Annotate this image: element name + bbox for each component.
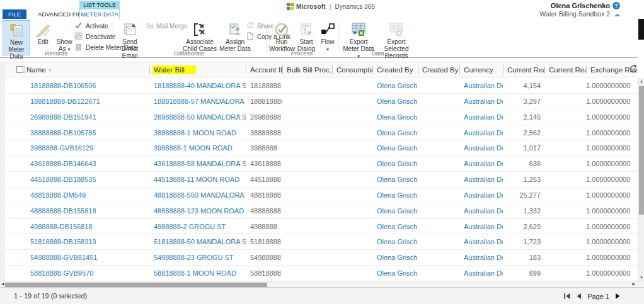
water-bill-link[interactable]: 58818888-1 MOON ROAD (149, 266, 246, 281)
name-link[interactable]: 18188888-DB106506 (24, 78, 149, 93)
water-bill-link[interactable]: 44518888-11 MOON ROAD (149, 172, 246, 187)
created-by-link[interactable]: Olena Grisch... (372, 110, 418, 125)
column-header-name[interactable]: Name↑ (24, 62, 149, 77)
table-row[interactable]: 48888888-DB15581848888888-123 MOON ROAD4… (5, 203, 638, 219)
name-link[interactable]: 51818888-DB158319 (24, 234, 149, 249)
row-select-area[interactable] (5, 219, 24, 234)
water-bill-link[interactable]: 43618888-58 MANDALORA ST (149, 156, 246, 171)
first-page-icon[interactable] (564, 293, 571, 299)
created-by-link[interactable]: Olena Grisch... (372, 250, 418, 265)
table-row[interactable]: 51818888-DB15831951818888-50 MANDALORA S… (5, 234, 638, 250)
created-by-link[interactable]: Olena Grisch... (372, 219, 418, 234)
water-bill-link[interactable]: 3988888-1 MOON ROAD (149, 140, 246, 155)
next-page-icon[interactable] (615, 293, 620, 299)
activate-button[interactable]: Activate (74, 21, 108, 30)
row-select-area[interactable] (5, 234, 24, 249)
user-name[interactable]: Olena Grischenko (539, 2, 610, 10)
currency-link[interactable]: Australian Do... (459, 110, 503, 125)
column-header-water-bill[interactable]: Water Bill (149, 62, 246, 77)
created-by-link[interactable]: Olena Grisch... (372, 125, 418, 140)
created-by-link[interactable]: Olena Grisch... (372, 94, 418, 109)
currency-link[interactable]: Australian Do... (459, 140, 503, 155)
created-by-link[interactable]: Olena Grisch... (372, 78, 418, 93)
column-header-currency[interactable]: Currency (459, 62, 503, 77)
name-link[interactable]: 4988888-DB156818 (24, 219, 149, 234)
name-link[interactable]: 48888888-DB155818 (24, 203, 149, 218)
name-link[interactable]: 188818888-DB122671 (24, 94, 149, 109)
environment-name[interactable]: Water Billing Sandbox 2 (539, 10, 610, 18)
name-link[interactable]: 48818888-DM549 (24, 188, 149, 203)
column-header-created-by[interactable]: Created By (372, 62, 418, 77)
created-by-link[interactable]: Olena Grisch... (372, 203, 418, 218)
table-row[interactable]: 3988888-GVB161293988888-1 MOON ROAD39888… (5, 140, 638, 156)
currency-link[interactable]: Australian Do... (459, 156, 503, 171)
name-link[interactable]: 38888888-DB105785 (24, 125, 149, 140)
water-bill-link[interactable]: 48888888-123 MOON ROAD (149, 203, 246, 218)
tab-file[interactable]: FILE (3, 9, 26, 19)
refresh-icon[interactable] (629, 64, 639, 74)
currency-link[interactable]: Australian Do... (459, 234, 503, 249)
created-by-link[interactable]: Olena Grisch... (372, 140, 418, 155)
column-header-account-id[interactable]: Account ID (246, 62, 282, 77)
column-header-current-reading-2[interactable]: Current Readi... (544, 62, 586, 77)
row-select-area[interactable] (5, 266, 24, 281)
table-row[interactable]: 44518888-DB18853544518888-11 MOON ROAD44… (5, 172, 638, 188)
currency-link[interactable]: Australian Do... (459, 94, 503, 109)
water-bill-link[interactable]: 4988888-2 GROGU ST (149, 219, 246, 234)
name-link[interactable]: 3988888-GVB16129 (24, 140, 149, 155)
created-by-link[interactable]: Olena Grisch... (372, 172, 418, 187)
currency-link[interactable]: Australian Do... (459, 219, 503, 234)
water-bill-link[interactable]: 26988888-50 MANDALORA ST (149, 110, 246, 125)
column-header-current-reading-1[interactable]: Current Readi... (503, 62, 544, 77)
name-link[interactable]: 58818888-GVB9570 (24, 266, 149, 281)
table-row[interactable]: 48818888-DM54948818888-550 MANDALORA ST4… (5, 188, 638, 203)
horizontal-scrollbar[interactable]: ◀ ▶ (0, 281, 644, 288)
row-select-area[interactable] (5, 78, 24, 93)
table-row[interactable]: 58818888-GVB957058818888-1 MOON ROAD5881… (5, 266, 638, 281)
vertical-scroll-thumb[interactable] (639, 86, 644, 215)
name-link[interactable]: 44518888-DB188535 (24, 172, 149, 187)
table-row[interactable]: 188818888-DB122671188818888-57 MANDALORA… (5, 94, 638, 110)
row-select-area[interactable] (5, 94, 24, 109)
created-by-link[interactable]: Olena Grisch... (372, 188, 418, 203)
row-select-area[interactable] (5, 203, 24, 218)
horizontal-scroll-thumb[interactable] (5, 283, 267, 287)
column-header-created-by-delegate[interactable]: Created By (D... (418, 62, 459, 77)
name-link[interactable]: 26988888-DB151941 (24, 110, 149, 125)
tab-meter-data[interactable]: METER DATA (79, 9, 120, 19)
created-by-link[interactable]: Olena Grisch... (372, 234, 418, 249)
column-header-bulk-bill-process[interactable]: Bulk Bill Proc... (282, 62, 332, 77)
user-block[interactable]: Olena Grischenko Water Billing Sandbox 2 (539, 2, 610, 18)
currency-link[interactable]: Australian Do... (459, 172, 503, 187)
scroll-left-icon[interactable]: ◀ (1, 281, 4, 287)
deactivate-button[interactable]: Deactivate (74, 32, 115, 41)
cloud-icon[interactable]: ☁ (614, 11, 620, 18)
row-select-area[interactable] (5, 125, 24, 140)
scroll-down-icon[interactable]: ▼ (638, 276, 644, 279)
currency-link[interactable]: Australian Do... (459, 125, 503, 140)
name-link[interactable]: 43618888-DB146643 (24, 156, 149, 171)
created-by-link[interactable]: Olena Grisch... (372, 156, 418, 171)
table-row[interactable]: 38888888-DB10578538888888-1 MOON ROAD388… (5, 125, 638, 141)
currency-link[interactable]: Australian Do... (459, 266, 503, 281)
help-icon[interactable]: ? (612, 2, 620, 9)
row-select-area[interactable] (5, 188, 24, 203)
previous-page-icon[interactable] (577, 293, 582, 299)
scroll-right-icon[interactable]: ▶ (632, 281, 635, 287)
table-row[interactable]: 54988888-GVB8145154988888-23 GROGU ST549… (5, 250, 638, 266)
table-row[interactable]: 4988888-DB1568184988888-2 GROGU ST498888… (5, 219, 638, 235)
water-bill-link[interactable]: 38888888-1 MOON ROAD (149, 125, 246, 140)
row-select-area[interactable] (5, 172, 24, 187)
row-select-area[interactable] (5, 140, 24, 155)
currency-link[interactable]: Australian Do... (459, 78, 503, 93)
row-select-area[interactable] (5, 156, 24, 171)
currency-link[interactable]: Australian Do... (459, 203, 503, 218)
water-bill-link[interactable]: 54988888-23 GROGU ST (149, 250, 246, 265)
name-link[interactable]: 54988888-GVB81451 (24, 250, 149, 265)
currency-link[interactable]: Australian Do... (459, 188, 503, 203)
row-select-area[interactable] (5, 250, 24, 265)
table-row[interactable]: 18188888-DB10650618188888-40 MANDALORA S… (5, 78, 638, 94)
water-bill-link[interactable]: 188818888-57 MANDALORA ST (149, 94, 246, 109)
select-all-checkbox[interactable] (16, 66, 23, 73)
table-row[interactable]: 43618888-DB14664343618888-58 MANDALORA S… (5, 156, 638, 172)
